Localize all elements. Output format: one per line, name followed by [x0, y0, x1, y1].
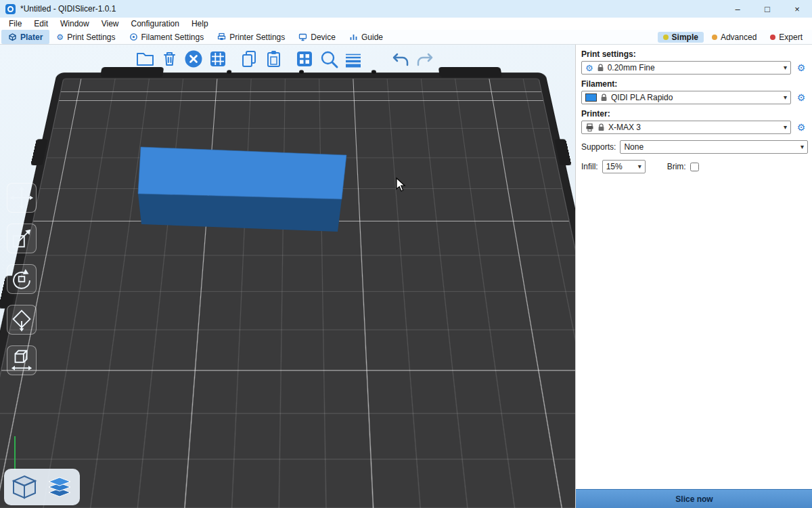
delete-all-button[interactable] [183, 47, 204, 70]
chevron-down-icon: ▾ [638, 163, 641, 170]
mode-advanced[interactable]: Advanced [706, 32, 762, 43]
filament-value: QIDI PLA Rapido [611, 93, 780, 102]
trash-icon [159, 49, 179, 69]
menu-item-file[interactable]: File [3, 18, 28, 30]
close-button[interactable]: × [782, 0, 812, 18]
rotate-tool-button[interactable] [7, 264, 37, 294]
viewport-3d[interactable] [0, 45, 575, 508]
menu-item-window[interactable]: Window [54, 18, 95, 30]
tab-label: Filament Settings [141, 33, 204, 42]
scale-icon [9, 226, 35, 251]
filament-gear-button[interactable]: ⚙ [794, 93, 808, 102]
search-icon [319, 49, 339, 69]
edit-toolbar [7, 183, 37, 375]
guide-icon [349, 33, 358, 41]
menu-bar: File Edit Window View Configuration Help [0, 18, 812, 30]
printer-value: X-MAX 3 [608, 123, 780, 132]
flatten-tool-button[interactable] [7, 305, 37, 335]
menu-item-view[interactable]: View [95, 18, 125, 30]
layers-icon [343, 49, 363, 69]
copy-icon [239, 49, 259, 69]
tab-bar: Plater ⚙ Print Settings Filament Setting… [0, 30, 812, 45]
brim-checkbox[interactable] [690, 163, 699, 171]
flatten-icon [9, 307, 35, 333]
printer-icon [585, 123, 594, 132]
redo-icon [415, 49, 435, 69]
chevron-down-icon: ▾ [784, 94, 787, 101]
print-settings-gear-button[interactable]: ⚙ [794, 63, 808, 72]
mode-label: Advanced [721, 33, 757, 42]
supports-select[interactable]: None ▾ [620, 140, 808, 154]
cube-icon [9, 472, 39, 502]
preview-view-button[interactable] [43, 471, 76, 503]
arrange-button[interactable] [207, 47, 229, 70]
paste-button[interactable] [263, 47, 284, 70]
move-icon [9, 185, 35, 211]
open-icon [135, 49, 155, 69]
printer-icon [217, 33, 226, 41]
copy-button[interactable] [238, 47, 260, 70]
menu-item-help[interactable]: Help [185, 18, 215, 30]
printer-gear-button[interactable]: ⚙ [794, 123, 808, 132]
print-settings-gear-icon: ⚙ [56, 33, 64, 41]
view-toolbar [4, 469, 80, 505]
undo-button[interactable] [390, 47, 411, 70]
split-button[interactable] [294, 47, 315, 70]
delete-button[interactable] [158, 47, 180, 70]
search-button[interactable] [318, 47, 340, 70]
tab-filament-settings[interactable]: Filament Settings [122, 30, 211, 44]
tab-print-settings[interactable]: ⚙ Print Settings [49, 30, 122, 44]
filament-label: Filament: [581, 79, 807, 89]
move-tool-button[interactable] [7, 183, 37, 213]
y-axis-marker [14, 436, 16, 470]
maximize-button[interactable]: □ [752, 0, 782, 18]
maximize-icon: □ [765, 4, 770, 14]
bed-screw [371, 70, 376, 73]
mode-expert[interactable]: Expert [765, 32, 808, 43]
filament-color-swatch [585, 93, 597, 102]
print-settings-row: ⚙ 0.20mm Fine ▾ ⚙ [581, 61, 808, 75]
bed-surface [0, 79, 575, 508]
supports-row: Supports: None ▾ [581, 140, 808, 154]
minimize-button[interactable]: – [723, 0, 752, 18]
supports-value: None [624, 142, 797, 152]
lock-icon [597, 64, 604, 72]
editor-view-button[interactable] [8, 471, 41, 503]
infill-select[interactable]: 15% ▾ [602, 160, 646, 173]
tab-printer-settings[interactable]: Printer Settings [210, 30, 292, 44]
open-button[interactable] [134, 47, 156, 70]
tab-label: Device [311, 33, 336, 42]
print-settings-select[interactable]: ⚙ 0.20mm Fine ▾ [581, 61, 791, 75]
slice-now-button[interactable]: Slice now [576, 489, 812, 508]
tab-plater[interactable]: Plater [1, 30, 49, 44]
menu-item-configuration[interactable]: Configuration [125, 18, 185, 30]
layer-height-button[interactable] [342, 47, 364, 70]
supports-label: Supports: [581, 142, 616, 152]
mode-simple[interactable]: Simple [658, 32, 704, 43]
measure-icon [9, 347, 35, 373]
arrange-icon [208, 49, 228, 69]
infill-value: 15% [606, 162, 635, 171]
rotate-icon [9, 266, 35, 292]
tab-guide[interactable]: Guide [342, 30, 390, 44]
lock-icon [600, 93, 608, 102]
split-icon [294, 49, 315, 69]
printer-select[interactable]: X-MAX 3 ▾ [581, 121, 791, 134]
infill-brim-row: Infill: 15% ▾ Brim: [581, 160, 808, 173]
delete-all-icon [183, 49, 204, 69]
scale-tool-button[interactable] [7, 224, 37, 253]
filament-select[interactable]: QIDI PLA Rapido ▾ [581, 91, 791, 104]
tab-device[interactable]: Device [292, 30, 342, 44]
print-settings-label: Print settings: [581, 49, 807, 59]
print-settings-value: 0.20mm Fine [608, 63, 780, 72]
measure-tool-button[interactable] [7, 345, 37, 375]
close-icon: × [794, 4, 800, 14]
mode-dot-expert [770, 35, 775, 40]
layers-stack-icon [45, 472, 74, 502]
bed-screw [299, 70, 304, 73]
menu-item-edit[interactable]: Edit [28, 18, 54, 30]
mode-dot-advanced [712, 35, 717, 40]
redo-button[interactable] [414, 47, 436, 70]
gear-icon: ⚙ [797, 122, 806, 133]
settings-sidebar: Print settings: ⚙ 0.20mm Fine ▾ ⚙ Filame… [575, 45, 812, 508]
